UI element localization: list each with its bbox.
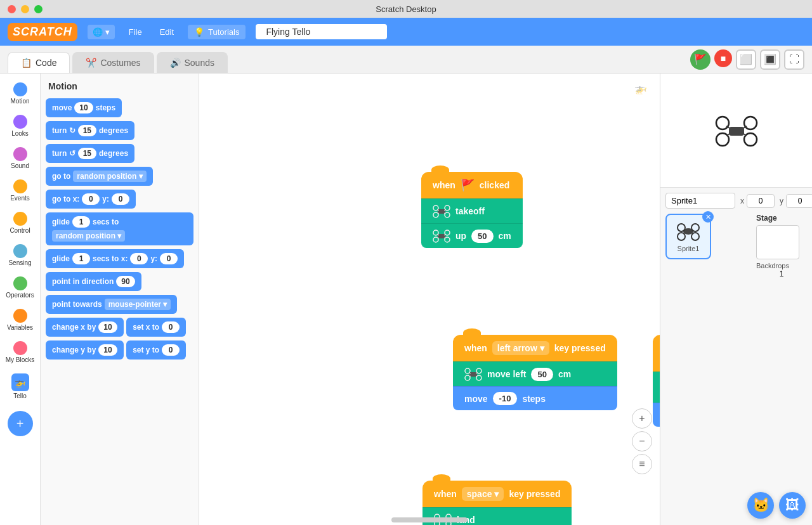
block-move-neg10[interactable]: move -10 steps [453, 386, 617, 410]
unmaximize-stage-button[interactable]: ⬜ [736, 49, 756, 70]
when-label-left: when [464, 343, 487, 353]
green-flag-button[interactable]: 🚩 [690, 49, 710, 70]
hat-block-space[interactable]: when space ▾ key pressed [422, 481, 572, 507]
category-sound[interactable]: Sound [2, 143, 39, 173]
looks-dot [13, 115, 27, 129]
block-goto-xy[interactable]: go to x: 0 y: 0 [46, 190, 136, 209]
svg-point-1 [678, 224, 685, 231]
zoom-reset-button[interactable]: ≡ [632, 454, 652, 474]
canvas-scrollbar[interactable] [391, 517, 468, 522]
category-sensing[interactable]: Sensing [2, 240, 39, 270]
scratch-logo[interactable]: SCRATCH [8, 23, 77, 41]
category-variables[interactable]: Variables [2, 305, 39, 335]
hat-block-left-arrow[interactable]: when left arrow ▾ key pressed [453, 335, 617, 361]
block-takeoff[interactable]: takeoff [421, 198, 523, 223]
block-goto-random[interactable]: go to random position ▾ [46, 167, 153, 186]
stop-button[interactable]: ■ [714, 49, 732, 67]
hat-block-right-arrow[interactable]: when right arrow ▾ key pressed [653, 335, 660, 372]
zoom-out-button[interactable]: − [632, 431, 652, 451]
bottom-buttons: 🐱 🖼 [660, 487, 812, 525]
sprite-name-input[interactable] [665, 193, 735, 209]
clicked-label: clicked [480, 180, 509, 190]
maximize-stage-button[interactable]: 🔳 [760, 49, 780, 70]
block-turn-cw[interactable]: turn ↻ 15 degrees [46, 121, 134, 140]
move-left-value[interactable]: 50 [531, 368, 553, 381]
blocks-panel: Motion move 10 steps turn ↻ 15 degrees t… [41, 74, 199, 525]
block-point-direction[interactable]: point in direction 90 [46, 272, 141, 291]
project-name-input[interactable] [256, 24, 387, 39]
category-events[interactable]: Events [2, 176, 39, 205]
script-left-arrow[interactable]: when left arrow ▾ key pressed move left … [453, 335, 617, 410]
block-move-10[interactable]: move 10 steps [653, 403, 660, 427]
block-move-right[interactable]: move right 50 cm [653, 372, 660, 403]
edit-menu[interactable]: Edit [156, 25, 178, 39]
category-looks[interactable]: Looks [2, 111, 39, 141]
add-extension-button[interactable]: + [8, 411, 33, 436]
block-change-x[interactable]: change x by 10 [46, 318, 124, 337]
maximize-button[interactable] [34, 5, 43, 13]
block-move-steps[interactable]: move 10 steps [46, 98, 122, 117]
tutorials-button[interactable]: 💡 Tutorials [188, 25, 246, 39]
block-change-y[interactable]: change y by 10 [46, 340, 124, 360]
file-menu[interactable]: File [125, 25, 146, 39]
block-move-left[interactable]: move left 50 cm [453, 361, 617, 386]
category-myblocks[interactable]: My Blocks [2, 337, 39, 367]
close-button[interactable] [8, 5, 16, 13]
category-control[interactable]: Control [2, 208, 39, 238]
category-motion[interactable]: Motion [2, 79, 39, 108]
category-motion-label: Motion [10, 98, 29, 105]
add-sprite-button[interactable]: 🐱 [747, 492, 774, 519]
takeoff-label: takeoff [455, 206, 485, 216]
block-up[interactable]: up 50 cm [421, 223, 523, 248]
up-value[interactable]: 50 [471, 230, 493, 243]
category-tello-label: Tello [13, 392, 27, 399]
script-green-flag[interactable]: when 🚩 clicked takeoff up 50 cm [421, 172, 523, 248]
move-neg10-value[interactable]: -10 [493, 392, 518, 405]
right-panel: x y ✕ [660, 74, 812, 525]
sound-dot [13, 147, 27, 161]
stage-control-icons: 🚩 ■ ⬜ 🔳 ⛶ [690, 49, 804, 70]
left-arrow-dropdown[interactable]: left arrow ▾ [492, 341, 549, 355]
category-operators[interactable]: Operators [2, 273, 39, 302]
stage-drone-sprite [711, 112, 762, 150]
canvas-drone-watermark: 🚁 [634, 82, 647, 94]
tab-code[interactable]: 📋 Code [8, 52, 70, 73]
main-area: Motion Looks Sound Events Control Sensin… [0, 74, 812, 525]
title-bar: Scratch Desktop [0, 0, 812, 18]
lightbulb-icon: 💡 [194, 27, 204, 37]
stage-backdrop-thumb[interactable] [756, 225, 799, 259]
tab-costumes[interactable]: ✂️ Costumes [72, 52, 154, 73]
block-set-y[interactable]: set y to 0 [126, 340, 186, 360]
hat-block-green-flag[interactable]: when 🚩 clicked [421, 172, 523, 198]
sprites-area: ✕ Sprite1 [665, 214, 749, 278]
svg-point-2 [691, 224, 699, 231]
category-tello[interactable]: 🚁 Tello [2, 370, 39, 403]
sprite-delete-button[interactable]: ✕ [702, 211, 714, 223]
block-point-towards[interactable]: point towards mouse-pointer ▾ [46, 295, 177, 314]
y-coord-input[interactable] [786, 194, 812, 208]
sprites-and-stage: ✕ Sprite1 [665, 214, 807, 278]
block-glide-random[interactable]: glide 1 secs to random position ▾ [46, 212, 193, 245]
operators-dot [13, 276, 27, 290]
myblocks-dot [13, 341, 27, 355]
cm-label-2: cm [558, 369, 571, 379]
language-selector[interactable]: 🌐 ▾ [88, 25, 115, 39]
zoom-in-button[interactable]: + [632, 408, 652, 429]
script-right-arrow[interactable]: when right arrow ▾ key pressed move righ… [653, 335, 660, 427]
tab-sounds[interactable]: 🔊 Sounds [157, 52, 228, 73]
drone-mini-icon [433, 204, 450, 218]
add-backdrop-button[interactable]: 🖼 [779, 492, 806, 519]
steps-label-left: steps [522, 394, 546, 404]
fullscreen-button[interactable]: ⛶ [784, 49, 804, 70]
block-set-x[interactable]: set x to 0 [126, 318, 186, 337]
sprite1-thumb[interactable]: ✕ Sprite1 [665, 214, 711, 259]
block-glide-xy[interactable]: glide 1 secs to x: 0 y: 0 [46, 249, 184, 268]
x-coord-input[interactable] [747, 194, 775, 208]
events-dot [13, 179, 27, 193]
minimize-button[interactable] [21, 5, 29, 13]
sprite-thumbnail-list: ✕ Sprite1 [665, 214, 749, 259]
space-dropdown[interactable]: space ▾ [462, 487, 504, 501]
block-move-input[interactable]: 10 [74, 102, 93, 113]
window-title: Scratch Desktop [376, 4, 436, 14]
block-turn-ccw[interactable]: turn ↺ 15 degrees [46, 144, 134, 163]
